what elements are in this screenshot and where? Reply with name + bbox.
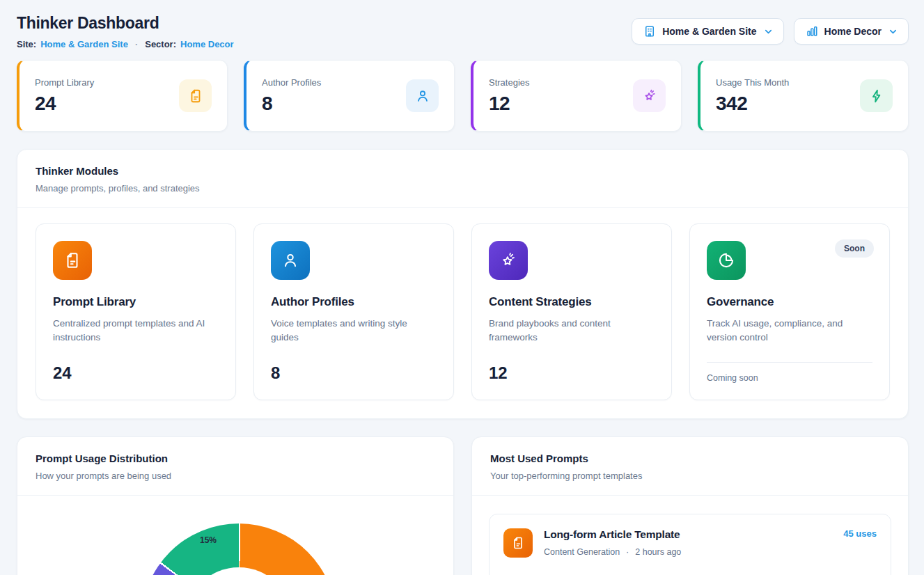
separator-dot: · [626,547,629,557]
module-description: Track AI usage, compliance, and version … [707,317,872,345]
site-selector-dropdown[interactable]: Home & Garden Site [632,18,783,45]
usage-panel-title: Prompt Usage Distribution [36,452,435,464]
stat-label: Strategies [489,77,530,88]
pie-chart-icon [707,241,746,280]
prompt-item-text: Long-form Article Template Content Gener… [544,528,681,557]
chevron-down-icon [763,26,774,37]
stat-label: Usage This Month [716,77,789,88]
module-description: Brand playbooks and content frameworks [489,317,655,345]
header-left: Thinker Dashboard Site: Home & Garden Si… [17,14,234,49]
bottom-row: Prompt Usage Distribution How your promp… [17,436,909,575]
module-title: Governance [707,295,872,309]
bar-chart-icon [806,25,818,38]
module-title: Prompt Library [53,295,219,309]
prompt-category: Content Generation [544,547,620,557]
thinker-modules-section: Thinker Modules Manage prompts, profiles… [17,149,909,419]
module-footer: Coming soon [707,373,872,383]
prompts-list: Long-form Article Template Content Gener… [472,496,908,575]
prompt-meta: Content Generation · 2 hours ago [544,547,681,557]
stat-label: Prompt Library [35,77,94,88]
prompt-title: Long-form Article Template [544,528,681,541]
stat-card-author-profiles: Author Profiles 8 [244,60,455,132]
prompts-panel-header: Most Used Prompts Your top-performing pr… [472,437,908,496]
stat-card-prompt-library: Prompt Library 24 [17,60,228,132]
sector-link[interactable]: Home Decor [180,39,234,49]
stat-value: 8 [262,93,321,115]
building-icon [643,25,656,38]
chevron-down-icon [888,26,898,37]
module-description: Centralized prompt templates and AI inst… [53,317,219,345]
stat-card-strategies: Strategies 12 [471,60,682,132]
site-link[interactable]: Home & Garden Site [40,39,128,49]
module-title: Author Profiles [271,295,437,309]
document-icon [179,79,212,112]
module-card-prompt-library[interactable]: Prompt Library Centralized prompt templa… [36,223,236,400]
magic-star-icon [633,79,666,112]
usage-panel-header: Prompt Usage Distribution How your promp… [17,437,453,496]
prompt-list-item[interactable]: Long-form Article Template Content Gener… [489,514,891,575]
prompts-panel-subtitle: Your top-performing prompt templates [490,471,890,481]
stat-label: Author Profiles [262,77,321,88]
user-icon [271,241,310,280]
page-title: Thinker Dashboard [17,14,234,33]
dashboard-page: Thinker Dashboard Site: Home & Garden Si… [0,0,924,575]
usage-distribution-panel: Prompt Usage Distribution How your promp… [17,436,454,575]
stats-row: Prompt Library 24 Author Profiles 8 [17,60,909,132]
module-count: 8 [271,363,437,383]
soon-badge: Soon [835,239,874,258]
sector-label: Sector: [145,39,176,49]
page-header: Thinker Dashboard Site: Home & Garden Si… [17,14,909,49]
header-actions: Home & Garden Site Home Decor [632,18,909,45]
breadcrumb: Site: Home & Garden Site · Sector: Home … [17,39,234,49]
modules-grid: Prompt Library Centralized prompt templa… [17,208,908,418]
module-count: 12 [489,363,655,383]
modules-title: Thinker Modules [36,165,890,177]
magic-star-icon [489,241,528,280]
document-icon [53,241,92,280]
sector-selector-dropdown[interactable]: Home Decor [794,18,909,45]
prompts-panel-title: Most Used Prompts [490,452,890,464]
modules-header: Thinker Modules Manage prompts, profiles… [17,150,908,208]
stat-value: 12 [489,93,530,115]
module-card-content-strategies[interactable]: Content Strategies Brand playbooks and c… [471,223,672,400]
document-icon [503,528,533,558]
site-label: Site: [17,39,36,49]
prompt-uses-badge: 45 uses [843,528,877,539]
prompt-time: 2 hours ago [635,547,681,557]
modules-subtitle: Manage prompts, profiles, and strategies [36,183,890,194]
donut-chart-area: 15% [17,496,453,575]
stat-card-usage: Usage This Month 342 [698,60,909,132]
user-icon [406,79,439,112]
module-count: 24 [53,363,219,383]
module-description: Voice templates and writing style guides [271,317,437,345]
donut-segment-label: 15% [193,535,224,545]
module-card-author-profiles[interactable]: Author Profiles Voice templates and writ… [253,223,454,400]
module-card-governance[interactable]: Soon Governance Track AI usage, complian… [689,223,890,400]
sector-selector-value: Home Decor [824,26,882,37]
donut-chart[interactable]: 15% [141,523,336,575]
stat-value: 24 [35,93,94,115]
site-selector-value: Home & Garden Site [662,26,756,37]
separator-dot: · [135,39,138,49]
divider [707,362,872,363]
most-used-prompts-panel: Most Used Prompts Your top-performing pr… [471,436,909,575]
module-title: Content Strategies [489,295,655,309]
lightning-icon [860,79,893,112]
usage-panel-subtitle: How your prompts are being used [36,471,435,481]
stat-value: 342 [716,93,789,115]
